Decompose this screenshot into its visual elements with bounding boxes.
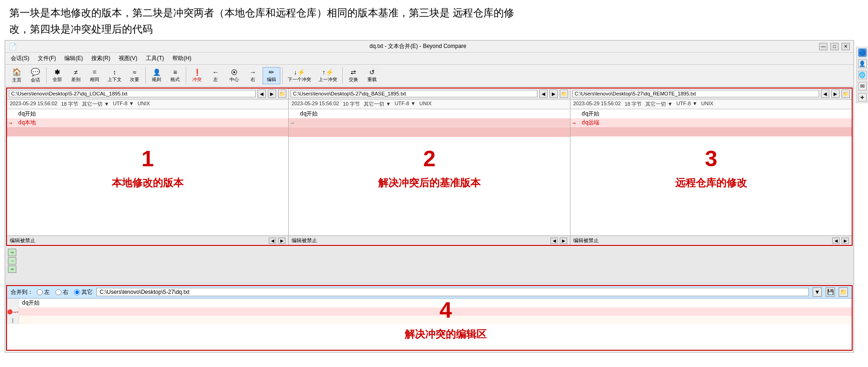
left-line3-text xyxy=(16,127,288,136)
toolbar-rules[interactable]: 👤 规则 xyxy=(148,67,165,84)
toolbar-format[interactable]: ≡ 格式 xyxy=(166,67,184,84)
right-nav-next[interactable]: ▶ xyxy=(831,89,840,98)
merge-path-input[interactable] xyxy=(96,288,809,296)
pane-meta-row: 2023-05-29 15:56:02 18 字节 其它一切 ▼ UTF-8 ▼… xyxy=(7,100,852,109)
merge-folder-btn[interactable]: 📁 xyxy=(839,287,848,297)
middle-pane-meta: 2023-05-29 15:56:02 10 字节 其它一切 ▼ UTF-8 ▼… xyxy=(289,100,570,109)
menu-file[interactable]: 文件(F) xyxy=(36,54,58,63)
menu-help[interactable]: 帮助(H) xyxy=(170,54,193,63)
left-scroll-left[interactable]: ◀ xyxy=(269,238,276,244)
toolbar-session[interactable]: 💬 会话 xyxy=(27,66,44,85)
right-scroll-left[interactable]: ◀ xyxy=(832,238,840,244)
toolbar-minor[interactable]: ≈ 次要 xyxy=(126,67,143,84)
home-icon: 🏠 xyxy=(12,68,21,76)
left-line-2: ⇒ dq本地 xyxy=(7,118,288,127)
maximize-button[interactable]: □ xyxy=(830,43,839,50)
toolbar-diff[interactable]: ≠ 差别 xyxy=(67,67,85,84)
merge-gutter-2: 🔴→⇒ xyxy=(7,307,19,316)
menu-tools[interactable]: 工具(T) xyxy=(144,54,166,63)
nav-arrow-btn-2[interactable]: → xyxy=(8,257,16,265)
sidebar-btn-4[interactable]: ✉ xyxy=(858,82,867,90)
merge-dropdown-btn[interactable]: ▼ xyxy=(813,287,822,297)
nav-arrow-btn-3[interactable]: ⇒ xyxy=(8,265,16,273)
merge-line-2: 🔴→⇒ xyxy=(7,307,852,316)
toolbar-context[interactable]: ↕ 上下文 xyxy=(104,67,125,84)
merge-gutter-3: | xyxy=(7,316,19,324)
merge-radio-left[interactable]: 左 xyxy=(37,288,50,296)
right-statusbar: 编辑被禁止 ◀ ▶ xyxy=(570,236,852,245)
toolbar-swap[interactable]: ⇄ 交换 xyxy=(345,67,362,84)
toolbar: 🏠 主页 💬 会话 ✱ 全部 ≠ 差别 = 相同 ↕ 上下文 ≈ 次要 xyxy=(5,65,854,87)
toolbar-prev-conflict[interactable]: ↑⚡ 上一冲突 xyxy=(315,67,340,84)
sidebar-btn-1[interactable]: 🔵 xyxy=(858,48,867,57)
toolbar-left[interactable]: ← 左 xyxy=(207,67,224,84)
middle-path-input[interactable] xyxy=(291,90,537,97)
toolbar-right[interactable]: → 右 xyxy=(244,67,262,84)
sidebar-btn-2[interactable]: 👤 xyxy=(858,60,867,68)
middle-pane-overlay: 2 解决冲突后的基准版本 xyxy=(378,146,481,190)
right-folder-btn[interactable]: 📁 xyxy=(841,89,850,98)
right-scroll-right[interactable]: ▶ xyxy=(841,238,849,244)
right-status-text: 编辑被禁止 xyxy=(573,237,599,244)
merge-radio-right[interactable]: 右 xyxy=(55,288,68,296)
nav-arrow-row-4 xyxy=(8,273,851,282)
menu-search[interactable]: 搜索(R) xyxy=(89,54,112,63)
menu-edit[interactable]: 编辑(E) xyxy=(62,54,85,63)
all-icon: ✱ xyxy=(54,68,60,76)
toolbar-edit[interactable]: ✏ 编辑 xyxy=(263,67,280,84)
middle-folder-btn[interactable]: 📁 xyxy=(560,89,568,98)
sidebar-btn-3[interactable]: 🌐 xyxy=(858,71,867,79)
next-conflict-icon: ↓⚡ xyxy=(294,68,305,76)
right-sidebar: 🔵 👤 🌐 ✉ + xyxy=(856,47,868,103)
toolbar-next-conflict[interactable]: ↓⚡ 下一个冲突 xyxy=(285,67,314,84)
merge-text-1: dq开始 xyxy=(19,299,852,307)
merge-header: 合并到： 左 右 其它 ▼ 💾 📁 xyxy=(7,286,852,299)
top-annotation: 第一块是本地修改的版本，第二块是冲突两者（本地仓库和远程仓库）相同的版本基准，第… xyxy=(0,0,868,40)
middle-scroll-right[interactable]: ▶ xyxy=(560,238,567,244)
status-bars-row: 编辑被禁止 ◀ ▶ 编辑被禁止 ◀ ▶ 编辑被禁止 ◀ ▶ xyxy=(7,235,852,245)
session-icon: 💬 xyxy=(31,68,40,76)
right-line3-text xyxy=(580,127,852,136)
sidebar-btn-add[interactable]: + xyxy=(858,93,867,102)
same-icon: = xyxy=(93,68,96,76)
toolbar-conflict[interactable]: ❗ 冲突 xyxy=(188,67,206,84)
middle-scroll-left[interactable]: ◀ xyxy=(550,238,558,244)
left-nav-prev[interactable]: ◀ xyxy=(258,89,266,98)
right-pane-content: dq开始 ⇒ dq远端 3 远程仓库的修改 xyxy=(570,109,852,235)
left-path-input[interactable] xyxy=(9,90,256,97)
toolbar-center[interactable]: ⦿ 中心 xyxy=(225,67,243,84)
merge-save-btn[interactable]: 💾 xyxy=(826,287,835,297)
left-nav-next[interactable]: ▶ xyxy=(268,89,276,98)
right-nav-prev[interactable]: ◀ xyxy=(821,89,829,98)
right-line3-arrow xyxy=(570,127,580,136)
left-folder-btn[interactable]: 📁 xyxy=(278,89,286,98)
left-line3-arrow xyxy=(7,127,16,136)
merge-radio-other[interactable]: 其它 xyxy=(74,288,93,296)
left-scroll-right[interactable]: ▶ xyxy=(278,238,285,244)
toolbar-reload[interactable]: ↺ 重载 xyxy=(363,67,381,84)
toolbar-same[interactable]: = 相同 xyxy=(86,67,103,84)
right-line1-arrow xyxy=(570,109,580,118)
minimize-button[interactable]: — xyxy=(819,43,827,50)
left-line1-arrow xyxy=(7,109,16,118)
right-path-input[interactable] xyxy=(572,90,819,97)
merge-text-3[interactable] xyxy=(19,316,852,324)
middle-line1-text: dq开始 xyxy=(298,109,570,118)
toolbar-home[interactable]: 🏠 主页 xyxy=(8,66,26,85)
beyond-compare-window: 📄 dq.txt - 文本合并(E) - Beyond Compare — □ … xyxy=(5,40,854,353)
middle-nav-prev[interactable]: ◀ xyxy=(539,89,548,98)
right-line2-arrow: ⇒ xyxy=(570,118,580,127)
nav-arrow-btn-1[interactable]: ⇒ xyxy=(8,249,16,256)
window-titlebar: 📄 dq.txt - 文本合并(E) - Beyond Compare — □ … xyxy=(5,41,854,53)
merge-label-text: 解决冲突的编辑区 xyxy=(405,327,487,341)
toolbar-all[interactable]: ✱ 全部 xyxy=(48,67,66,84)
middle-nav-next[interactable]: ▶ xyxy=(549,89,558,98)
merge-gutter-1 xyxy=(7,299,19,307)
merge-line-1: dq开始 xyxy=(7,299,852,307)
left-pane-content: dq开始 ⇒ dq本地 1 本地修改的版本 xyxy=(7,109,289,235)
right-label-text: 远程仓库的修改 xyxy=(675,176,747,190)
nav-arrow-row-3: ⇒ xyxy=(8,265,851,273)
close-button[interactable]: ✕ xyxy=(841,43,850,50)
menu-view[interactable]: 视图(V) xyxy=(117,54,139,63)
menu-session[interactable]: 会话(S) xyxy=(9,54,31,63)
